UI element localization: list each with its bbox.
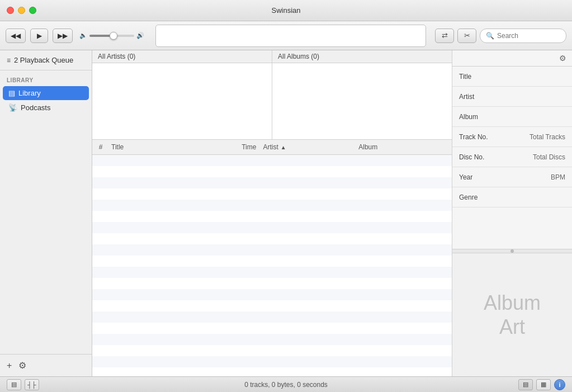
metadata-genre-label: Genre [459, 193, 504, 201]
col-album-header[interactable]: Album [356, 142, 452, 152]
metadata-title-label: Title [459, 73, 504, 81]
metadata-year-row: Year BPM [452, 167, 572, 187]
shuffle-button[interactable]: ⇄ [435, 29, 454, 43]
sidebar-item-podcasts-label: Podcasts [21, 103, 50, 112]
gear-icon: ⚙ [559, 54, 566, 63]
sidebar-item-library-label: Library [18, 89, 41, 97]
table-row [92, 289, 452, 300]
table-row [92, 367, 452, 376]
table-row [92, 311, 452, 323]
metadata-totaltracks-label: Total Tracks [530, 133, 565, 141]
metadata-gear-button[interactable]: ⚙ [559, 54, 566, 63]
metadata-year-label: Year [459, 173, 504, 181]
track-list-header: # Title Time Artist ▲ Album [92, 140, 452, 155]
add-playlist-button[interactable]: + [6, 360, 13, 372]
table-row [92, 323, 452, 334]
table-row [92, 300, 452, 311]
pin-icon: ✂ [464, 31, 470, 40]
sidebar-settings-button[interactable]: ⚙ [17, 359, 27, 372]
equalizer-button[interactable]: ┤├ [25, 379, 39, 390]
table-row [92, 166, 452, 177]
metadata-album-label: Album [459, 113, 504, 121]
table-row [92, 233, 452, 244]
album-art-panel: AlbumArt [452, 253, 572, 376]
library-section: LIBRARY ▤ Library 📡 Podcasts [0, 70, 92, 120]
albums-column: All Albums (0) [272, 50, 452, 139]
sidebar-item-library[interactable]: ▤ Library [3, 86, 89, 100]
albums-header: All Albums (0) [272, 50, 452, 63]
metadata-discno-row: Disc No. Total Discs [452, 147, 572, 167]
volume-high-icon: 🔊 [136, 32, 144, 39]
metadata-artist-label: Artist [459, 93, 504, 101]
metadata-title-row: Title [452, 67, 572, 87]
divider-dot [510, 249, 514, 253]
album-art-placeholder: AlbumArt [484, 291, 541, 339]
metadata-trackno-row: Track No. Total Tracks [452, 127, 572, 147]
table-row [92, 278, 452, 289]
col-artist-header[interactable]: Artist ▲ [261, 142, 356, 152]
table-row [92, 256, 452, 267]
artists-column: All Artists (0) [92, 50, 272, 139]
sidebar-footer: + ⚙ [0, 354, 92, 376]
back-button[interactable]: ◀◀ [6, 29, 26, 43]
metadata-header: ⚙ [452, 50, 572, 67]
play-button[interactable]: ▶ [30, 29, 48, 43]
table-row [92, 200, 452, 211]
table-row [92, 155, 452, 166]
column-view-button[interactable]: ▤ [7, 379, 21, 390]
table-row [92, 345, 452, 356]
table-row [92, 244, 452, 256]
podcasts-icon: 📡 [8, 103, 17, 112]
info-button[interactable]: i [554, 379, 565, 390]
metadata-trackno-label: Track No. [459, 133, 504, 141]
search-input[interactable] [497, 32, 560, 40]
metadata-artist-row: Artist [452, 87, 572, 107]
metadata-bpm-label: BPM [551, 173, 565, 181]
volume-slider[interactable] [89, 35, 134, 37]
pin-button[interactable]: ✂ [457, 29, 476, 43]
table-row [92, 334, 452, 345]
track-list[interactable]: # Title Time Artist ▲ Album [92, 140, 452, 376]
sidebar: ≡ 2 Playback Queue LIBRARY ▤ Library 📡 P… [0, 50, 92, 376]
volume-low-icon: 🔈 [79, 32, 87, 39]
close-button[interactable] [7, 7, 14, 14]
table-row [92, 267, 452, 278]
search-box: 🔍 [480, 29, 566, 43]
playback-queue-item[interactable]: ≡ 2 Playback Queue [0, 50, 92, 70]
sidebar-item-podcasts[interactable]: 📡 Podcasts [3, 101, 89, 115]
artists-header: All Artists (0) [92, 50, 272, 63]
table-row [92, 211, 452, 222]
col-title-header[interactable]: Title [109, 142, 227, 152]
table-row [92, 177, 452, 188]
grid-view-button[interactable]: ▦ [536, 379, 551, 390]
fullscreen-button[interactable] [29, 7, 36, 14]
playback-queue-label: 2 Playback Queue [14, 56, 73, 64]
content-area: All Artists (0) All Albums (0) # Title T… [92, 50, 452, 376]
now-playing-display [155, 25, 426, 47]
skip-button[interactable]: ▶▶ [53, 29, 73, 43]
col-time-header[interactable]: Time [227, 142, 261, 152]
metadata-panel: ⚙ Title Artist Album Track No. Total Tra… [452, 50, 572, 249]
status-text: 0 tracks, 0 bytes, 0 seconds [244, 381, 328, 389]
status-bar: ▤ ┤├ 0 tracks, 0 bytes, 0 seconds ▤ ▦ i [0, 376, 572, 392]
right-panel: ⚙ Title Artist Album Track No. Total Tra… [452, 50, 572, 376]
metadata-totaldiscs-label: Total Discs [533, 153, 565, 161]
title-bar: Swinsian [0, 0, 572, 21]
list-view-button[interactable]: ▤ [518, 379, 533, 390]
browser-columns: All Artists (0) All Albums (0) [92, 50, 452, 140]
status-bar-right: ▤ ▦ i [518, 379, 565, 390]
library-section-header: LIBRARY [0, 75, 92, 86]
toolbar: ◀◀ ▶ ▶▶ 🔈 🔊 ⇄ ✂ 🔍 [0, 21, 572, 50]
sidebar-gear-icon: ⚙ [18, 361, 26, 370]
sort-arrow-icon: ▲ [281, 144, 286, 150]
search-icon: 🔍 [486, 32, 494, 40]
app-title: Swinsian [271, 6, 300, 15]
table-row [92, 356, 452, 367]
col-num-header[interactable]: # [92, 142, 109, 152]
volume-control: 🔈 🔊 [79, 32, 144, 39]
metadata-discno-label: Disc No. [459, 153, 504, 161]
panel-divider[interactable] [452, 249, 572, 253]
metadata-genre-row: Genre [452, 187, 572, 207]
minimize-button[interactable] [18, 7, 25, 14]
table-row [92, 222, 452, 233]
